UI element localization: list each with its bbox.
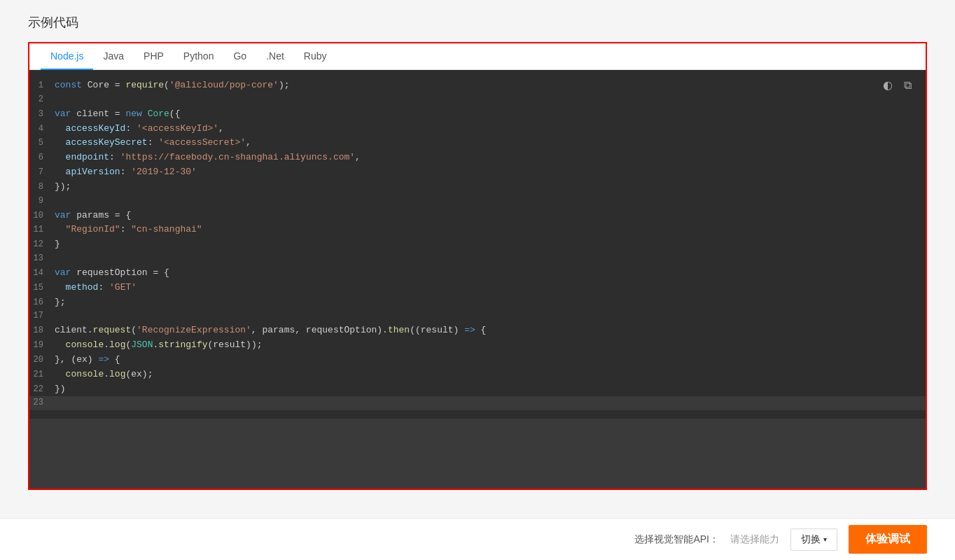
code-toolbar: ◐ ⧉ — [880, 77, 914, 93]
code-line-10: 10 var params = { — [29, 209, 926, 223]
line-num-8: 8 — [29, 181, 55, 194]
line-code-10: var params = { — [55, 209, 131, 223]
line-num-10: 10 — [29, 209, 55, 223]
code-line-21: 21 console.log(ex); — [29, 368, 926, 382]
line-num-5: 5 — [29, 136, 55, 150]
line-code-1: const Core = require('@alicloud/pop-core… — [55, 78, 290, 93]
bottom-dark-area — [29, 419, 926, 489]
code-line-2: 2 — [29, 93, 926, 107]
api-placeholder: 请选择能力 — [730, 533, 779, 546]
line-num-14: 14 — [29, 267, 55, 280]
tab-php[interactable]: PHP — [134, 43, 174, 70]
copy-button[interactable]: ⧉ — [901, 77, 914, 93]
line-code-11: "RegionId": "cn-shanghai" — [55, 223, 202, 237]
line-num-13: 13 — [29, 252, 55, 265]
code-line-23: 23 — [29, 396, 926, 410]
switch-button[interactable]: 切换 ▾ — [790, 528, 837, 551]
line-code-18: client.request('RecognizeExpression', pa… — [55, 323, 486, 338]
line-num-16: 16 — [29, 296, 55, 309]
tab-dotnet[interactable]: .Net — [256, 43, 294, 70]
code-line-15: 15 method: 'GET' — [29, 281, 926, 295]
line-num-15: 15 — [29, 281, 55, 295]
line-code-12: } — [55, 237, 60, 252]
code-line-17: 17 — [29, 309, 926, 323]
code-line-4: 4 accessKeyId: '<accessKeyId>', — [29, 122, 926, 136]
code-content: 1 const Core = require('@alicloud/pop-co… — [29, 78, 926, 410]
footer-bar: 选择视觉智能API： 请选择能力 切换 ▾ 体验调试 — [0, 518, 955, 560]
line-num-2: 2 — [29, 93, 55, 106]
line-code-4: accessKeyId: '<accessKeyId>', — [55, 122, 224, 136]
line-code-8: }); — [55, 180, 71, 195]
line-code-21: console.log(ex); — [55, 368, 153, 382]
line-code-3: var client = new Core({ — [55, 107, 180, 122]
tab-bar: Node.js Java PHP Python Go .Net Ruby — [29, 43, 926, 70]
code-line-12: 12 } — [29, 237, 926, 252]
line-num-20: 20 — [29, 354, 55, 367]
page-container: 示例代码 Node.js Java PHP Python Go .Net Rub… — [0, 0, 955, 504]
line-code-22: }) — [55, 382, 66, 397]
code-line-8: 8 }); — [29, 180, 926, 195]
page-title: 示例代码 — [28, 14, 927, 31]
tab-java[interactable]: Java — [93, 43, 134, 70]
line-num-7: 7 — [29, 166, 55, 179]
code-line-3: 3 var client = new Core({ — [29, 107, 926, 122]
code-line-20: 20 }, (ex) => { — [29, 353, 926, 368]
line-code-15: method: 'GET' — [55, 281, 137, 295]
code-line-7: 7 apiVersion: '2019-12-30' — [29, 165, 926, 180]
code-line-11: 11 "RegionId": "cn-shanghai" — [29, 223, 926, 237]
line-code-6: endpoint: 'https://facebody.cn-shanghai.… — [55, 150, 361, 165]
tab-go[interactable]: Go — [223, 43, 256, 70]
chevron-down-icon: ▾ — [823, 536, 827, 543]
code-panel: Node.js Java PHP Python Go .Net Ruby ◐ ⧉… — [28, 42, 927, 490]
line-num-18: 18 — [29, 324, 55, 337]
line-code-14: var requestOption = { — [55, 266, 169, 281]
line-code-20: }, (ex) => { — [55, 353, 120, 368]
trial-button[interactable]: 体验调试 — [849, 525, 927, 554]
code-line-6: 6 endpoint: 'https://facebody.cn-shangha… — [29, 150, 926, 165]
line-code-19: console.log(JSON.stringify(result)); — [55, 338, 263, 353]
api-label: 选择视觉智能API： — [634, 533, 719, 546]
code-line-19: 19 console.log(JSON.stringify(result)); — [29, 338, 926, 353]
tab-ruby[interactable]: Ruby — [294, 43, 337, 70]
line-num-22: 22 — [29, 383, 55, 396]
line-num-6: 6 — [29, 151, 55, 164]
tab-python[interactable]: Python — [174, 43, 224, 70]
line-num-21: 21 — [29, 368, 55, 382]
line-num-19: 19 — [29, 339, 55, 352]
line-num-23: 23 — [29, 396, 55, 410]
contrast-button[interactable]: ◐ — [880, 77, 895, 93]
code-area: ◐ ⧉ 1 const Core = require('@alicloud/po… — [29, 70, 926, 419]
line-num-9: 9 — [29, 195, 55, 208]
code-line-14: 14 var requestOption = { — [29, 266, 926, 281]
line-code-7: apiVersion: '2019-12-30' — [55, 165, 197, 180]
tab-nodejs[interactable]: Node.js — [41, 43, 93, 70]
code-line-16: 16 }; — [29, 295, 926, 310]
line-num-4: 4 — [29, 122, 55, 136]
line-num-1: 1 — [29, 79, 55, 92]
code-line-9: 9 — [29, 195, 926, 209]
line-num-3: 3 — [29, 108, 55, 121]
code-line-1: 1 const Core = require('@alicloud/pop-co… — [29, 78, 926, 93]
switch-label: 切换 — [801, 533, 821, 546]
code-line-22: 22 }) — [29, 382, 926, 397]
line-code-5: accessKeySecret: '<accessSecret>', — [55, 136, 251, 150]
line-num-11: 11 — [29, 223, 55, 237]
code-line-18: 18 client.request('RecognizeExpression',… — [29, 323, 926, 338]
code-line-13: 13 — [29, 252, 926, 266]
line-num-12: 12 — [29, 238, 55, 251]
line-num-17: 17 — [29, 309, 55, 323]
line-code-16: }; — [55, 295, 66, 310]
code-line-5: 5 accessKeySecret: '<accessSecret>', — [29, 136, 926, 150]
